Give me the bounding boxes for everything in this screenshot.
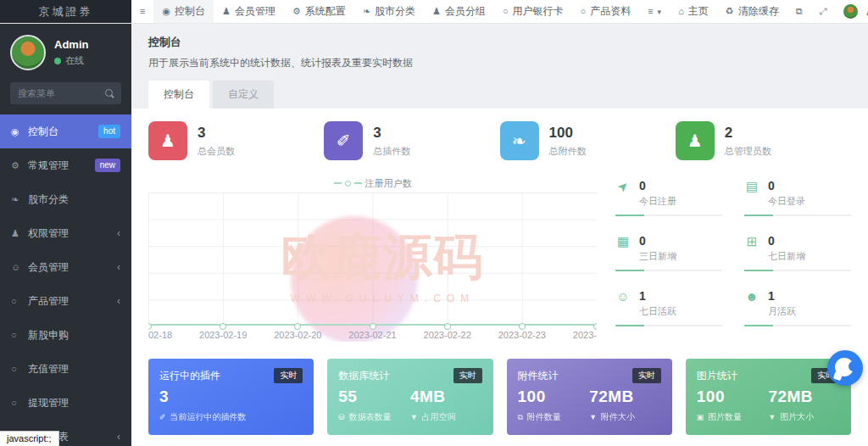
quick-stat-month-active: ☻1月活跃 <box>744 286 851 341</box>
card-running-plugins: 运行中的插件实时 3✐当前运行中的插件数 <box>148 359 314 435</box>
top-nav-right: ≡▾ ⌂主页 ♻清除缓存 ⧉ ⤢ Admin ⚙ <box>639 0 868 23</box>
users-icon: ♟ <box>11 229 28 238</box>
stat-label: 总会员数 <box>198 145 235 158</box>
stat-value: 3 <box>373 125 410 142</box>
sidebar: Admin 在线 ◉控制台hot ⚙常规管理new ❧股市分类 ♟权限管理‹ ☺… <box>0 24 131 446</box>
rocket-icon: ➤ <box>612 176 633 197</box>
card-image-stats: 图片统计实时 100▣图片数量 72MB▼图片大小 <box>686 359 851 435</box>
avatar[interactable] <box>10 35 46 70</box>
status-bar-link: javascript:; <box>0 431 59 446</box>
circle-icon: ○ <box>11 365 28 374</box>
sidebar-item-members[interactable]: ☺会员管理‹ <box>0 250 131 284</box>
divider <box>615 215 722 216</box>
sidebar-item-withdraw[interactable]: ○提现管理 <box>0 386 131 420</box>
page-header: 控制台 用于展示当前系统中的统计数据、统计报表及重要实时数据 <box>131 24 868 70</box>
clear-cache-button[interactable]: ♻清除缓存 <box>717 0 787 23</box>
nav-item-stock-category[interactable]: ❧股市分类 <box>354 0 424 23</box>
list-icon: ≡ <box>648 7 653 16</box>
sidebar-menu: ◉控制台hot ⚙常规管理new ❧股市分类 ♟权限管理‹ ☺会员管理‹ ○产品… <box>0 114 131 446</box>
legend-line-icon <box>334 182 342 184</box>
stat-value: 2 <box>725 125 771 142</box>
content-row: 注册用户数 欧鹿源码 WWW.GULUYM.COM <box>148 176 851 342</box>
top-bar: 京城證券 ≡ ◉控制台 ♟会员管理 ⚙系统配置 ❧股市分类 ♟会员分组 ○用户银… <box>0 0 868 24</box>
divider <box>615 270 722 271</box>
sidebar-item-permissions[interactable]: ♟权限管理‹ <box>0 216 131 250</box>
x-tick: 2023-02-18 <box>148 330 172 340</box>
chart-x-axis: 2023-02-18 2023-02-19 2023-02-20 2023-02… <box>148 329 597 342</box>
circle-icon: ○ <box>581 7 587 16</box>
chevron-left-icon: ‹ <box>117 295 120 307</box>
divider <box>744 270 851 271</box>
sidebar-item-dashboard[interactable]: ◉控制台hot <box>0 114 131 148</box>
filter-icon: ▼ <box>589 414 597 421</box>
watermark: 欧鹿源码 WWW.GULUYM.COM <box>281 225 485 304</box>
sidebar-item-general[interactable]: ⚙常规管理new <box>0 148 131 182</box>
nav-item-members[interactable]: ♟会员管理 <box>214 0 284 23</box>
fullscreen-button[interactable]: ⤢ <box>811 0 836 23</box>
expand-icon: ⤢ <box>820 7 827 16</box>
stat-total-admins: ♟ 2总管理员数 <box>676 121 851 160</box>
user-circle-icon: ☺ <box>11 263 28 272</box>
chevron-left-icon: ‹ <box>117 261 120 273</box>
quick-stat-3day-new: ▦0三日新增 <box>615 231 722 286</box>
circle-icon: ○ <box>503 7 509 16</box>
dashboard-icon: ◉ <box>162 7 170 16</box>
divider <box>615 325 722 326</box>
nav-item-user-bankcard[interactable]: ○用户银行卡 <box>494 0 572 23</box>
admin-menu[interactable]: Admin <box>835 0 868 23</box>
sidebar-item-stock-category[interactable]: ❧股市分类 <box>0 182 131 216</box>
x-tick: 2023-02-20 <box>274 330 321 340</box>
x-tick: 2023-02-22 <box>424 330 471 340</box>
sidebar-toggle-button[interactable]: ≡ <box>131 0 153 23</box>
chart-plot-area: 欧鹿源码 WWW.GULUYM.COM <box>148 192 597 326</box>
legend-label: 注册用户数 <box>365 177 412 190</box>
users-icon: ♟ <box>432 7 441 16</box>
nav-item-system-config[interactable]: ⚙系统配置 <box>284 0 354 23</box>
user-icon: ♟ <box>676 121 715 160</box>
image-icon: ▣ <box>697 414 704 421</box>
database-icon: ⛁ <box>338 414 345 421</box>
sidebar-item-ipo[interactable]: ○新股申购 <box>0 318 131 352</box>
online-dot-icon <box>54 58 61 64</box>
filter-icon: ▼ <box>768 414 776 421</box>
sidebar-user-panel: Admin 在线 <box>0 24 131 79</box>
stat-value: 3 <box>198 125 235 142</box>
user-status: 在线 <box>54 54 88 67</box>
menu-icon: ≡ <box>140 7 145 16</box>
card-database-stats: 数据库统计实时 55⛁数据表数量 4MB▼占用空间 <box>327 359 492 435</box>
chevron-left-icon: ‹ <box>117 431 120 443</box>
legend-line-icon <box>354 182 362 184</box>
nav-item-product-info[interactable]: ○产品资料 <box>572 0 640 23</box>
leaf-icon: ❧ <box>11 195 28 204</box>
stat-label: 总附件数 <box>549 145 587 158</box>
card-attachment-stats: 附件统计实时 100⧉附件数量 72MB▼附件大小 <box>507 359 672 435</box>
realtime-badge: 实时 <box>274 368 303 383</box>
tab-dashboard[interactable]: 控制台 <box>148 81 209 109</box>
bottom-cards-row: 运行中的插件实时 3✐当前运行中的插件数 数据库统计实时 55⛁数据表数量 4M… <box>148 359 851 435</box>
home-button[interactable]: ⌂主页 <box>670 0 717 23</box>
tab-custom[interactable]: 自定义 <box>213 81 274 109</box>
tabs-dropdown-button[interactable]: ≡▾ <box>639 0 670 23</box>
copy-icon: ⧉ <box>796 7 803 16</box>
watermark-text: 欧鹿源码 <box>281 225 485 291</box>
sidebar-item-recharge[interactable]: ○充值管理 <box>0 352 131 386</box>
divider <box>744 325 851 326</box>
chart-legend[interactable]: 注册用户数 <box>148 176 597 191</box>
filter-icon: ▼ <box>410 414 418 421</box>
stats-row: ♟ 3总会员数 ✐ 3总插件数 ❧ 100总附件数 ♟ 2总管理员数 <box>148 121 851 160</box>
calendar-icon: ▦ <box>615 234 631 249</box>
registered-users-chart: 注册用户数 欧鹿源码 WWW.GULUYM.COM <box>148 176 597 342</box>
nav-item-dashboard[interactable]: ◉控制台 <box>153 0 214 23</box>
sidebar-item-products[interactable]: ○产品管理‹ <box>0 284 131 318</box>
nav-item-member-group[interactable]: ♟会员分组 <box>424 0 494 23</box>
chat-bubble-icon <box>849 361 859 371</box>
tab-bar: 控制台 自定义 <box>148 81 868 109</box>
copy-button[interactable]: ⧉ <box>787 0 811 23</box>
leaf-icon: ❧ <box>500 121 539 160</box>
brand-logo[interactable]: 京城證券 <box>0 0 131 23</box>
stat-total-members: ♟ 3总会员数 <box>148 121 324 160</box>
dashboard-icon: ◉ <box>11 127 28 137</box>
user-outline-icon: ☺ <box>615 289 631 304</box>
chat-fab-button[interactable] <box>827 350 863 386</box>
sidebar-search <box>10 82 121 104</box>
